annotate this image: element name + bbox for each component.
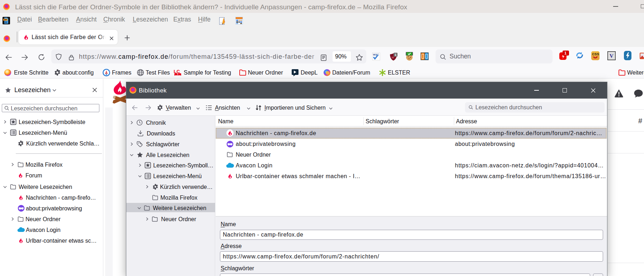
- svg-text:1: 1: [395, 53, 396, 57]
- svg-text:ZIP: ZIP: [4, 19, 7, 21]
- svg-text:W3C: W3C: [373, 53, 379, 56]
- svg-text:1: 1: [564, 51, 567, 55]
- svg-text:CSS: CSS: [592, 52, 599, 56]
- svg-text:V: V: [610, 53, 614, 59]
